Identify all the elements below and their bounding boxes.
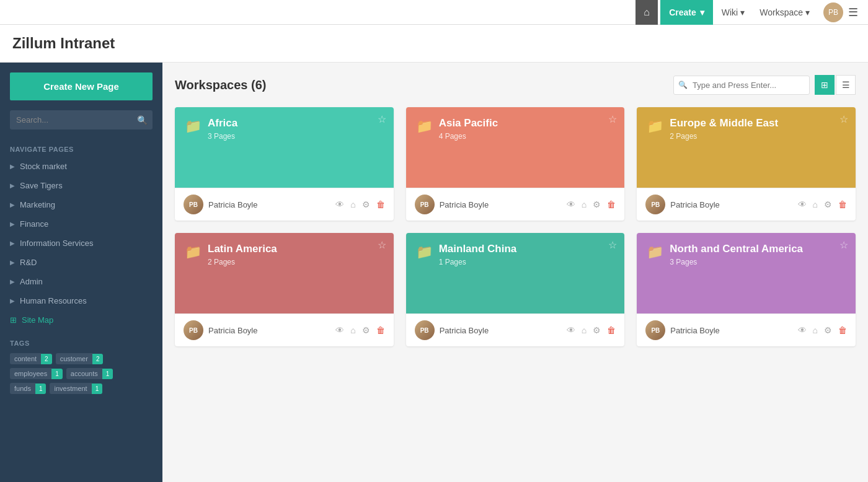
tag-customer[interactable]: customer 2	[56, 353, 104, 364]
delete-icon[interactable]: 🗑	[607, 325, 616, 335]
sidebar-item-stock-market[interactable]: ▶ Stock market	[0, 157, 162, 176]
folder-icon: 📁	[647, 118, 663, 134]
tag-funds[interactable]: funds 1	[10, 383, 46, 394]
create-new-page-button[interactable]: Create New Page	[10, 72, 153, 100]
tag-content[interactable]: content 2	[10, 353, 52, 364]
folder-icon: 📁	[647, 244, 663, 260]
user-avatar: PB	[184, 195, 203, 214]
search-input[interactable]	[10, 110, 153, 129]
expand-icon: ▶	[10, 240, 15, 247]
folder-icon: 📁	[416, 118, 433, 134]
card-actions: 👁 ⌂ ⚙ 🗑	[798, 199, 847, 209]
delete-icon[interactable]: 🗑	[376, 325, 385, 335]
card-title: Africa	[208, 117, 384, 129]
workspace-link[interactable]: Workspace ▾	[753, 0, 816, 25]
home-icon[interactable]: ⌂	[350, 325, 355, 335]
home-icon[interactable]: ⌂	[813, 199, 818, 209]
view-toggle: ⊞ ☰	[815, 75, 856, 95]
home-icon[interactable]: ⌂	[813, 325, 818, 335]
workspace-search-input[interactable]	[673, 76, 810, 95]
home-icon[interactable]: ⌂	[582, 325, 587, 335]
site-map-label: Site Map	[22, 315, 53, 325]
star-icon[interactable]: ☆	[608, 239, 617, 251]
card-user: PB Patricia Boyle	[184, 195, 257, 214]
sidebar-item-finance[interactable]: ▶ Finance	[0, 214, 162, 234]
star-icon[interactable]: ☆	[839, 113, 848, 125]
folder-icon: 📁	[185, 244, 202, 260]
workspace-dropdown-icon: ▾	[805, 7, 810, 17]
view-icon[interactable]: 👁	[567, 325, 575, 335]
view-icon[interactable]: 👁	[798, 199, 807, 209]
app-title-bar: Zillum Intranet	[0, 25, 868, 63]
workspace-card-mainland-china: 📁 Mainland China 1 Pages ☆ PB Patricia B…	[406, 233, 625, 346]
expand-icon: ▶	[10, 278, 15, 285]
sidebar-item-admin[interactable]: ▶ Admin	[0, 272, 162, 291]
star-icon[interactable]: ☆	[839, 239, 848, 251]
card-info: Europe & Middle East 2 Pages	[670, 117, 846, 141]
home-icon[interactable]: ⌂	[582, 199, 587, 209]
card-header-europe: 📁 Europe & Middle East 2 Pages ☆	[637, 107, 856, 188]
card-actions: 👁 ⌂ ⚙ 🗑	[335, 199, 384, 209]
home-icon[interactable]: ⌂	[350, 199, 355, 209]
user-name: Patricia Boyle	[670, 200, 719, 209]
card-footer: PB Patricia Boyle 👁 ⌂ ⚙ 🗑	[175, 313, 394, 346]
card-header-asia-pacific: 📁 Asia Pacific 4 Pages ☆	[406, 107, 625, 188]
sidebar-item-marketing[interactable]: ▶ Marketing	[0, 195, 162, 214]
view-icon[interactable]: 👁	[798, 325, 807, 335]
star-icon[interactable]: ☆	[378, 113, 386, 125]
delete-icon[interactable]: 🗑	[838, 325, 847, 335]
delete-icon[interactable]: 🗑	[838, 199, 847, 209]
create-dropdown-icon: ▾	[700, 7, 704, 17]
site-map-item[interactable]: ⊞ Site Map	[0, 310, 162, 330]
delete-icon[interactable]: 🗑	[607, 199, 616, 209]
expand-icon: ▶	[10, 182, 15, 189]
card-info: Africa 3 Pages	[208, 117, 384, 141]
delete-icon[interactable]: 🗑	[376, 199, 385, 209]
sidebar-item-rd[interactable]: ▶ R&D	[0, 253, 162, 272]
card-pages: 3 Pages	[208, 132, 384, 141]
folder-icon: 📁	[416, 244, 433, 260]
sidebar-item-save-tigers[interactable]: ▶ Save Tigers	[0, 176, 162, 195]
star-icon[interactable]: ☆	[608, 113, 617, 125]
user-name: Patricia Boyle	[208, 200, 257, 209]
card-actions: 👁 ⌂ ⚙ 🗑	[567, 325, 616, 335]
settings-icon[interactable]: ⚙	[824, 199, 832, 209]
card-footer: PB Patricia Boyle 👁 ⌂ ⚙ 🗑	[637, 188, 856, 221]
tag-employees[interactable]: employees 1	[10, 368, 63, 379]
wiki-link[interactable]: Wiki ▾	[715, 0, 751, 25]
hamburger-menu-button[interactable]: ☰	[848, 6, 858, 19]
expand-icon: ▶	[10, 201, 15, 208]
star-icon[interactable]: ☆	[378, 239, 386, 251]
tag-accounts[interactable]: accounts 1	[66, 368, 113, 379]
settings-icon[interactable]: ⚙	[593, 325, 601, 335]
workspaces-title: Workspaces (6)	[175, 78, 266, 92]
card-footer: PB Patricia Boyle 👁 ⌂ ⚙ 🗑	[406, 188, 625, 221]
view-icon[interactable]: 👁	[567, 199, 575, 209]
sidebar-item-human-resources[interactable]: ▶ Human Resources	[0, 291, 162, 310]
create-label: Create	[669, 7, 696, 17]
view-icon[interactable]: 👁	[335, 325, 344, 335]
card-info: Mainland China 1 Pages	[439, 243, 615, 266]
settings-icon[interactable]: ⚙	[362, 325, 370, 335]
search-button[interactable]: 🔍	[137, 115, 148, 125]
card-footer: PB Patricia Boyle 👁 ⌂ ⚙ 🗑	[406, 313, 625, 346]
create-button[interactable]: Create ▾	[660, 0, 713, 25]
list-view-button[interactable]: ☰	[836, 75, 856, 95]
card-info: Latin America 2 Pages	[208, 243, 384, 266]
settings-icon[interactable]: ⚙	[593, 199, 601, 209]
settings-icon[interactable]: ⚙	[824, 325, 832, 335]
tag-investment[interactable]: investment 1	[50, 383, 102, 394]
sidebar-item-label: Stock market	[20, 162, 153, 171]
card-actions: 👁 ⌂ ⚙ 🗑	[567, 199, 616, 209]
workspace-search-wrapper: 🔍	[673, 76, 810, 95]
header-controls: 🔍 ⊞ ☰	[673, 75, 856, 95]
user-name: Patricia Boyle	[670, 326, 719, 335]
home-button[interactable]: ⌂	[636, 0, 658, 25]
user-avatar[interactable]: PB	[823, 2, 843, 22]
view-icon[interactable]: 👁	[335, 199, 344, 209]
sidebar-item-information-services[interactable]: ▶ Information Services	[0, 234, 162, 253]
settings-icon[interactable]: ⚙	[362, 199, 370, 209]
tags-grid: content 2 customer 2 employees 1 account…	[10, 353, 153, 394]
grid-view-button[interactable]: ⊞	[815, 75, 835, 95]
sidebar-item-label: Admin	[20, 277, 153, 286]
